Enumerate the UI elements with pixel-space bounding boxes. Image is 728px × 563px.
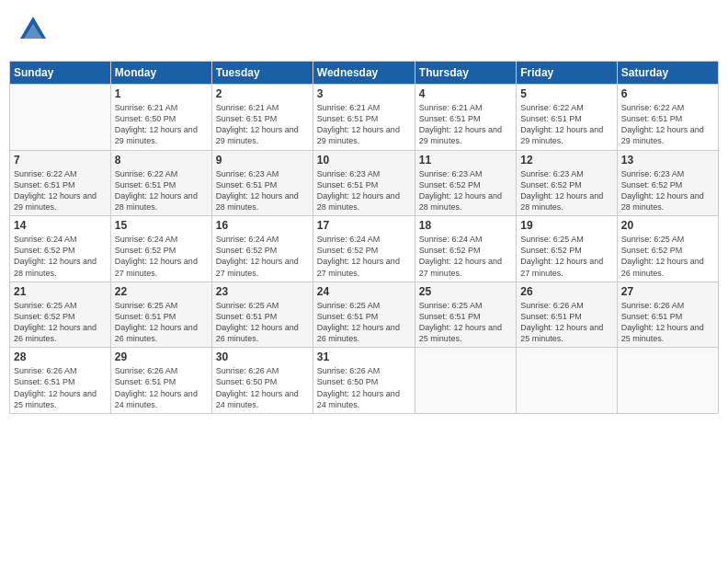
calendar-table: SundayMondayTuesdayWednesdayThursdayFrid… (9, 61, 719, 414)
calendar-cell: 30Sunrise: 6:26 AM Sunset: 6:50 PM Dayli… (211, 348, 313, 414)
calendar-header-saturday: Saturday (617, 62, 718, 85)
calendar-cell: 27Sunrise: 6:26 AM Sunset: 6:51 PM Dayli… (617, 282, 718, 348)
cell-sun-info: Sunrise: 6:26 AM Sunset: 6:51 PM Dayligh… (520, 300, 612, 345)
calendar-week-row: 7Sunrise: 6:22 AM Sunset: 6:51 PM Daylig… (10, 150, 719, 216)
cell-day-number: 14 (14, 219, 107, 232)
calendar-cell: 9Sunrise: 6:23 AM Sunset: 6:51 PM Daylig… (211, 150, 313, 216)
cell-day-number: 2 (216, 87, 309, 100)
cell-day-number: 26 (520, 285, 612, 298)
cell-day-number: 29 (115, 350, 208, 363)
calendar-header-tuesday: Tuesday (211, 62, 313, 85)
cell-sun-info: Sunrise: 6:23 AM Sunset: 6:51 PM Dayligh… (317, 168, 411, 213)
cell-sun-info: Sunrise: 6:25 AM Sunset: 6:51 PM Dayligh… (115, 300, 208, 345)
cell-day-number: 5 (520, 87, 612, 100)
cell-sun-info: Sunrise: 6:26 AM Sunset: 6:50 PM Dayligh… (216, 365, 309, 410)
calendar-cell: 6Sunrise: 6:22 AM Sunset: 6:51 PM Daylig… (617, 85, 718, 151)
cell-day-number: 1 (115, 87, 208, 100)
cell-sun-info: Sunrise: 6:21 AM Sunset: 6:51 PM Dayligh… (317, 102, 411, 147)
calendar-cell: 10Sunrise: 6:23 AM Sunset: 6:51 PM Dayli… (313, 150, 415, 216)
calendar-header-thursday: Thursday (415, 62, 516, 85)
cell-day-number: 10 (317, 154, 411, 167)
cell-day-number: 19 (520, 219, 612, 232)
cell-day-number: 4 (419, 87, 512, 100)
cell-sun-info: Sunrise: 6:25 AM Sunset: 6:52 PM Dayligh… (14, 300, 107, 345)
calendar-cell: 5Sunrise: 6:22 AM Sunset: 6:51 PM Daylig… (517, 85, 617, 151)
calendar-cell: 31Sunrise: 6:26 AM Sunset: 6:50 PM Dayli… (313, 348, 415, 414)
cell-sun-info: Sunrise: 6:24 AM Sunset: 6:52 PM Dayligh… (115, 234, 208, 279)
calendar-cell: 22Sunrise: 6:25 AM Sunset: 6:51 PM Dayli… (110, 282, 211, 348)
calendar-cell: 24Sunrise: 6:25 AM Sunset: 6:51 PM Dayli… (313, 282, 415, 348)
calendar-cell: 14Sunrise: 6:24 AM Sunset: 6:52 PM Dayli… (10, 216, 111, 282)
cell-sun-info: Sunrise: 6:21 AM Sunset: 6:50 PM Dayligh… (115, 102, 208, 147)
calendar-cell (10, 85, 111, 151)
calendar-week-row: 21Sunrise: 6:25 AM Sunset: 6:52 PM Dayli… (10, 282, 719, 348)
cell-sun-info: Sunrise: 6:24 AM Sunset: 6:52 PM Dayligh… (317, 234, 411, 279)
cell-day-number: 12 (520, 154, 612, 167)
calendar-cell: 16Sunrise: 6:24 AM Sunset: 6:52 PM Dayli… (211, 216, 313, 282)
cell-day-number: 11 (419, 154, 512, 167)
calendar-cell: 13Sunrise: 6:23 AM Sunset: 6:52 PM Dayli… (617, 150, 718, 216)
cell-sun-info: Sunrise: 6:24 AM Sunset: 6:52 PM Dayligh… (14, 234, 107, 279)
cell-sun-info: Sunrise: 6:21 AM Sunset: 6:51 PM Dayligh… (216, 102, 309, 147)
cell-day-number: 16 (216, 219, 309, 232)
calendar-week-row: 28Sunrise: 6:26 AM Sunset: 6:51 PM Dayli… (10, 348, 719, 414)
cell-sun-info: Sunrise: 6:24 AM Sunset: 6:52 PM Dayligh… (419, 234, 512, 279)
calendar-header-sunday: Sunday (10, 62, 111, 85)
cell-day-number: 30 (216, 350, 309, 363)
calendar-cell: 3Sunrise: 6:21 AM Sunset: 6:51 PM Daylig… (313, 85, 415, 151)
calendar-header-monday: Monday (110, 62, 211, 85)
cell-day-number: 18 (419, 219, 512, 232)
calendar-cell: 8Sunrise: 6:22 AM Sunset: 6:51 PM Daylig… (110, 150, 211, 216)
cell-day-number: 8 (115, 154, 208, 167)
cell-day-number: 15 (115, 219, 208, 232)
cell-day-number: 23 (216, 285, 309, 298)
calendar-cell: 29Sunrise: 6:26 AM Sunset: 6:51 PM Dayli… (110, 348, 211, 414)
calendar-week-row: 1Sunrise: 6:21 AM Sunset: 6:50 PM Daylig… (10, 85, 719, 151)
calendar-cell: 18Sunrise: 6:24 AM Sunset: 6:52 PM Dayli… (415, 216, 516, 282)
calendar-cell: 28Sunrise: 6:26 AM Sunset: 6:51 PM Dayli… (10, 348, 111, 414)
calendar-header-row: SundayMondayTuesdayWednesdayThursdayFrid… (10, 62, 719, 85)
calendar-cell: 11Sunrise: 6:23 AM Sunset: 6:52 PM Dayli… (415, 150, 516, 216)
cell-day-number: 3 (317, 87, 411, 100)
cell-day-number: 6 (621, 87, 714, 100)
cell-day-number: 13 (621, 154, 714, 167)
cell-day-number: 27 (621, 285, 714, 298)
cell-sun-info: Sunrise: 6:25 AM Sunset: 6:51 PM Dayligh… (317, 300, 411, 345)
cell-sun-info: Sunrise: 6:23 AM Sunset: 6:52 PM Dayligh… (621, 168, 714, 213)
calendar-header-wednesday: Wednesday (313, 62, 415, 85)
calendar-cell (617, 348, 718, 414)
cell-sun-info: Sunrise: 6:22 AM Sunset: 6:51 PM Dayligh… (14, 168, 107, 213)
cell-day-number: 9 (216, 154, 309, 167)
page-header (9, 9, 719, 53)
calendar-cell: 20Sunrise: 6:25 AM Sunset: 6:52 PM Dayli… (617, 216, 718, 282)
cell-sun-info: Sunrise: 6:25 AM Sunset: 6:52 PM Dayligh… (520, 234, 612, 279)
calendar-cell: 19Sunrise: 6:25 AM Sunset: 6:52 PM Dayli… (517, 216, 617, 282)
cell-sun-info: Sunrise: 6:23 AM Sunset: 6:51 PM Dayligh… (216, 168, 309, 213)
calendar-cell (517, 348, 617, 414)
cell-sun-info: Sunrise: 6:22 AM Sunset: 6:51 PM Dayligh… (115, 168, 208, 213)
cell-sun-info: Sunrise: 6:21 AM Sunset: 6:51 PM Dayligh… (419, 102, 512, 147)
cell-sun-info: Sunrise: 6:26 AM Sunset: 6:51 PM Dayligh… (14, 365, 107, 410)
calendar-cell: 23Sunrise: 6:25 AM Sunset: 6:51 PM Dayli… (211, 282, 313, 348)
cell-day-number: 7 (14, 154, 107, 167)
calendar-cell: 4Sunrise: 6:21 AM Sunset: 6:51 PM Daylig… (415, 85, 516, 151)
calendar-cell (415, 348, 516, 414)
cell-sun-info: Sunrise: 6:26 AM Sunset: 6:51 PM Dayligh… (115, 365, 208, 410)
calendar-cell: 1Sunrise: 6:21 AM Sunset: 6:50 PM Daylig… (110, 85, 211, 151)
calendar-cell: 26Sunrise: 6:26 AM Sunset: 6:51 PM Dayli… (517, 282, 617, 348)
calendar-cell: 21Sunrise: 6:25 AM Sunset: 6:52 PM Dayli… (10, 282, 111, 348)
calendar-header-friday: Friday (517, 62, 617, 85)
cell-sun-info: Sunrise: 6:23 AM Sunset: 6:52 PM Dayligh… (520, 168, 612, 213)
cell-sun-info: Sunrise: 6:26 AM Sunset: 6:50 PM Dayligh… (317, 365, 411, 410)
cell-day-number: 17 (317, 219, 411, 232)
cell-day-number: 24 (317, 285, 411, 298)
cell-sun-info: Sunrise: 6:25 AM Sunset: 6:52 PM Dayligh… (621, 234, 714, 279)
calendar-week-row: 14Sunrise: 6:24 AM Sunset: 6:52 PM Dayli… (10, 216, 719, 282)
logo-icon (17, 13, 50, 46)
calendar-cell: 7Sunrise: 6:22 AM Sunset: 6:51 PM Daylig… (10, 150, 111, 216)
calendar-cell: 15Sunrise: 6:24 AM Sunset: 6:52 PM Dayli… (110, 216, 211, 282)
cell-day-number: 25 (419, 285, 512, 298)
cell-day-number: 31 (317, 350, 411, 363)
cell-day-number: 22 (115, 285, 208, 298)
cell-sun-info: Sunrise: 6:22 AM Sunset: 6:51 PM Dayligh… (520, 102, 612, 147)
